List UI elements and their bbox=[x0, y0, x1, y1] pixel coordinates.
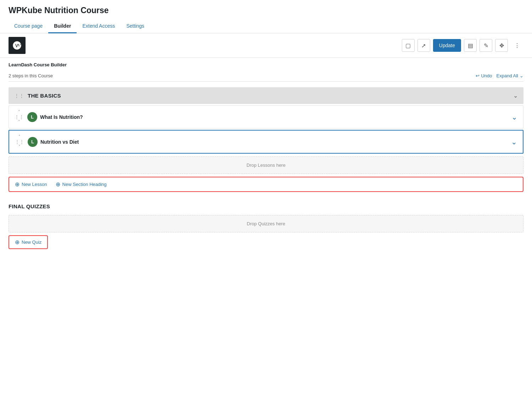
section-title-the-basics: THE BASICS bbox=[28, 93, 61, 99]
columns-button[interactable]: ▤ bbox=[464, 39, 477, 52]
lesson-row-controls: ˄ ⋮⋮ ˅ bbox=[15, 110, 24, 124]
lesson-badge-l-2: L bbox=[28, 137, 38, 147]
page-title: WPKube Nutrition Course bbox=[9, 6, 523, 15]
lesson-arrow-down-icon-2[interactable]: ˅ bbox=[18, 145, 21, 149]
new-quiz-row: ⊕ New Quiz bbox=[9, 235, 48, 249]
monitor-button[interactable]: ▢ bbox=[402, 39, 415, 52]
add-buttons-row: ⊕ New Lesson ⊕ New Section Heading bbox=[9, 177, 523, 192]
lesson-row-inner-active: ˄ ⋮⋮ ˅ L Nutrition vs Diet ⌄ bbox=[9, 131, 523, 153]
external-link-icon: ➚ bbox=[421, 42, 426, 49]
tab-builder[interactable]: Builder bbox=[48, 20, 77, 33]
lesson-drag-handle-icon-2[interactable]: ⋮⋮ bbox=[15, 139, 24, 144]
lesson-row-controls-active: ˄ ⋮⋮ ˅ bbox=[15, 135, 24, 149]
tab-course-page[interactable]: Course page bbox=[9, 20, 48, 33]
update-button[interactable]: Update bbox=[433, 39, 461, 52]
external-link-button[interactable]: ➚ bbox=[417, 39, 430, 52]
lessons-container: ˄ ⋮⋮ ˅ L What Is Nutrition? ⌄ ˄ bbox=[9, 105, 523, 154]
new-quiz-icon: ⊕ bbox=[15, 239, 20, 246]
columns-icon: ▤ bbox=[468, 42, 473, 49]
section-heading-the-basics: ⋮⋮ THE BASICS ⌄ bbox=[9, 87, 523, 104]
more-options-button[interactable]: ⋮ bbox=[511, 39, 523, 52]
steps-actions: ↩ Undo Expand All ⌄ bbox=[476, 73, 523, 78]
lesson-badge-l: L bbox=[27, 112, 37, 122]
pencil-button[interactable]: ✎ bbox=[480, 39, 492, 52]
monitor-icon: ▢ bbox=[405, 42, 411, 49]
lesson-row-nutrition-vs-diet: ˄ ⋮⋮ ˅ L Nutrition vs Diet ⌄ bbox=[9, 130, 523, 154]
steps-count: 2 steps in this Course bbox=[9, 73, 53, 78]
new-lesson-label: New Lesson bbox=[22, 182, 47, 187]
expand-all-label: Expand All bbox=[497, 73, 518, 78]
lesson-arrow-up-icon[interactable]: ˄ bbox=[18, 110, 20, 114]
undo-icon: ↩ bbox=[476, 73, 480, 78]
new-section-heading-label: New Section Heading bbox=[62, 182, 107, 187]
lesson-row-what-is-nutrition: ˄ ⋮⋮ ˅ L What Is Nutrition? ⌄ bbox=[9, 105, 523, 128]
lines-icon: ✥ bbox=[499, 42, 504, 49]
lesson-drag-handle-icon[interactable]: ⋮⋮ bbox=[15, 114, 24, 120]
new-quiz-wrapper: ⊕ New Quiz bbox=[9, 235, 523, 249]
builder-section: LearnDash Course Builder 2 steps in this… bbox=[0, 58, 532, 249]
lines-button[interactable]: ✥ bbox=[495, 39, 508, 52]
section-the-basics: ⋮⋮ THE BASICS ⌄ ˄ ⋮⋮ ˅ L What I bbox=[9, 87, 523, 154]
more-icon: ⋮ bbox=[514, 42, 520, 49]
lesson-expand-icon-2[interactable]: ⌄ bbox=[511, 138, 517, 146]
new-lesson-icon: ⊕ bbox=[15, 181, 20, 188]
lesson-title-what-is-nutrition: What Is Nutrition? bbox=[40, 114, 509, 120]
tabs-bar: Course page Builder Extend Access Settin… bbox=[0, 20, 532, 33]
new-lesson-button[interactable]: ⊕ New Lesson bbox=[15, 181, 47, 188]
builder-title: LearnDash Course Builder bbox=[9, 58, 523, 70]
builder-content: ⋮⋮ THE BASICS ⌄ ˄ ⋮⋮ ˅ L What I bbox=[9, 87, 523, 249]
expand-all-button[interactable]: Expand All ⌄ bbox=[497, 73, 523, 78]
final-quizzes-section: FINAL QUIZZES Drop Quizzes here ⊕ New Qu… bbox=[9, 199, 523, 249]
new-quiz-label: New Quiz bbox=[22, 239, 41, 245]
new-quiz-button[interactable]: ⊕ New Quiz bbox=[15, 239, 41, 246]
steps-header: 2 steps in this Course ↩ Undo Expand All… bbox=[9, 70, 523, 82]
drop-lessons-zone: Drop Lessons here bbox=[9, 156, 523, 174]
undo-button[interactable]: ↩ Undo bbox=[476, 73, 492, 78]
tab-settings[interactable]: Settings bbox=[121, 20, 150, 33]
final-quizzes-title: FINAL QUIZZES bbox=[9, 199, 523, 212]
new-section-heading-button[interactable]: ⊕ New Section Heading bbox=[56, 181, 107, 188]
drop-quizzes-zone: Drop Quizzes here bbox=[9, 215, 523, 232]
lesson-row-inner: ˄ ⋮⋮ ˅ L What Is Nutrition? ⌄ bbox=[9, 106, 523, 128]
drag-handle-icon[interactable]: ⋮⋮ bbox=[14, 93, 24, 99]
wp-toolbar: ▢ ➚ Update ▤ ✎ ✥ ⋮ bbox=[0, 33, 532, 58]
wp-logo bbox=[9, 37, 26, 54]
lesson-title-nutrition-vs-diet: Nutrition vs Diet bbox=[40, 139, 508, 145]
section-collapse-icon[interactable]: ⌄ bbox=[513, 92, 518, 99]
lesson-arrow-up-icon-2[interactable]: ˄ bbox=[18, 135, 21, 139]
pencil-icon: ✎ bbox=[484, 42, 488, 49]
new-section-icon: ⊕ bbox=[56, 181, 60, 188]
lesson-expand-icon[interactable]: ⌄ bbox=[511, 113, 517, 121]
lesson-arrow-down-icon[interactable]: ˅ bbox=[18, 120, 20, 124]
tab-extend-access[interactable]: Extend Access bbox=[77, 20, 121, 33]
expand-all-chevron-icon: ⌄ bbox=[520, 73, 523, 78]
undo-label: Undo bbox=[481, 73, 492, 78]
